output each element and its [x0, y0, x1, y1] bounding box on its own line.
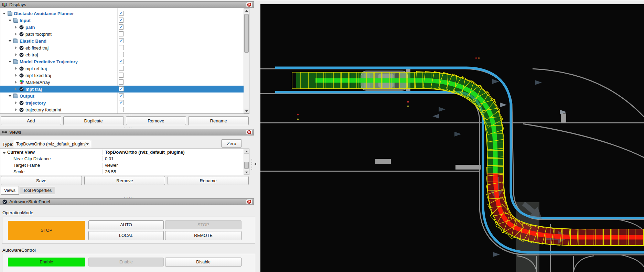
operation-auto-button[interactable]: AUTO: [88, 220, 164, 229]
displays-close-button[interactable]: [246, 2, 253, 7]
add-button[interactable]: Add: [1, 116, 61, 125]
panel-resize-handle[interactable]: [251, 159, 252, 171]
scroll-down-icon[interactable]: [244, 109, 249, 113]
tab-tool-properties[interactable]: Tool Properties: [20, 187, 55, 194]
expanded-arrow-icon[interactable]: [8, 94, 12, 98]
autoware-control-state-button[interactable]: Enable: [8, 258, 85, 266]
traffic-light-dot: [297, 114, 299, 116]
display-row-trajectory[interactable]: trajectory✓: [0, 99, 244, 106]
display-checkbox[interactable]: ✓: [119, 93, 124, 98]
collapsed-arrow-icon[interactable]: [14, 46, 18, 50]
display-checkbox[interactable]: [119, 52, 124, 57]
displays-panel-titlebar[interactable]: Displays: [0, 1, 254, 8]
duplicate-button[interactable]: Duplicate: [63, 116, 124, 125]
display-checkbox[interactable]: ✓: [119, 86, 124, 91]
property-value[interactable]: TopDownOrtho (rviz_default_plugins): [103, 150, 249, 155]
display-checkbox[interactable]: ✓: [119, 11, 124, 16]
operation-stop-button[interactable]: STOP: [165, 220, 242, 229]
display-checkbox[interactable]: ✓: [119, 18, 124, 23]
expanded-arrow-icon[interactable]: [2, 151, 7, 155]
autoware-close-button[interactable]: [246, 199, 253, 204]
property-value[interactable]: viewer: [103, 163, 249, 168]
remove-button[interactable]: Remove: [84, 176, 165, 185]
property-row-current-view[interactable]: Current ViewTopDownOrtho (rviz_default_p…: [0, 149, 249, 155]
collapsed-arrow-icon[interactable]: [14, 108, 18, 111]
expanded-arrow-icon[interactable]: [2, 12, 7, 15]
display-checkbox[interactable]: ✓: [119, 100, 124, 105]
save-button[interactable]: Save: [1, 176, 82, 185]
collapsed-arrow-icon[interactable]: [14, 80, 18, 84]
render-viewport[interactable]: [260, 4, 644, 272]
scrollbar-thumb[interactable]: [244, 14, 249, 53]
displays-tree[interactable]: Obstacle Avoidance Planner✓Input✓path✓pa…: [0, 8, 249, 114]
display-checkbox[interactable]: ✓: [119, 24, 124, 30]
tab-views[interactable]: Views: [1, 186, 19, 195]
display-checkbox[interactable]: [119, 66, 124, 71]
property-value[interactable]: 0.01: [103, 156, 249, 161]
operation-local-button[interactable]: LOCAL: [88, 231, 164, 240]
scroll-up-icon[interactable]: [244, 8, 249, 13]
display-row-markerarray[interactable]: MarkerArray: [0, 79, 244, 86]
display-row-eb-traj[interactable]: eb traj: [0, 51, 244, 58]
display-row-model-predictive-trajectory[interactable]: Model Predictive Trajectory✓: [0, 58, 244, 65]
panel-collapse-icon[interactable]: [254, 162, 256, 166]
property-row-target-frame[interactable]: Target Frameviewer: [0, 162, 249, 168]
collapsed-arrow-icon[interactable]: [14, 53, 18, 56]
collapsed-arrow-icon[interactable]: [14, 25, 18, 29]
display-label: eb traj: [25, 52, 38, 57]
display-row-obstacle-avoidance-planner[interactable]: Obstacle Avoidance Planner✓: [0, 10, 244, 17]
scroll-up-icon[interactable]: [244, 149, 249, 154]
display-row-output[interactable]: Output✓: [0, 93, 244, 99]
view-type-combobox[interactable]: TopDownOrtho (rviz_default_plugins): [14, 140, 91, 148]
property-row-near-clip-distance[interactable]: Near Clip Distance0.01: [0, 155, 249, 162]
collapsed-arrow-icon[interactable]: [14, 101, 18, 105]
display-row-mpt-fixed-traj[interactable]: mpt fixed traj: [0, 72, 244, 79]
collapsed-arrow-icon[interactable]: [14, 74, 18, 77]
display-checkbox[interactable]: [119, 79, 124, 85]
rename-button[interactable]: Rename: [188, 116, 249, 125]
display-checkbox[interactable]: [119, 73, 124, 78]
expanded-arrow-icon[interactable]: [8, 60, 12, 63]
display-checkbox[interactable]: ✓: [119, 38, 124, 43]
property-value[interactable]: 26.55: [103, 169, 249, 174]
display-row-path-footprint[interactable]: path footprint: [0, 31, 244, 37]
display-checkbox[interactable]: [119, 31, 124, 36]
autoware-icon: [19, 87, 24, 91]
collapsed-arrow-icon[interactable]: [14, 87, 18, 91]
collapsed-arrow-icon[interactable]: [14, 67, 18, 70]
property-name: Near Clip Distance: [13, 156, 51, 161]
display-label: trajectory: [25, 100, 46, 106]
display-row-eb-fixed-traj[interactable]: eb fixed traj: [0, 44, 244, 51]
control-enable-button[interactable]: Enable: [88, 258, 164, 266]
views-close-button[interactable]: [246, 130, 253, 135]
scrollbar-thumb[interactable]: [244, 162, 249, 169]
expanded-arrow-icon[interactable]: [8, 39, 12, 43]
views-scrollbar[interactable]: [244, 149, 249, 175]
display-checkbox[interactable]: [119, 45, 124, 50]
displays-scrollbar[interactable]: [244, 8, 249, 113]
operation-mode-state-button[interactable]: STOP: [8, 221, 85, 240]
property-row-scale[interactable]: Scale26.55: [0, 168, 249, 175]
autoware-panel-titlebar[interactable]: AutowareStatePanel: [0, 198, 254, 205]
autoware-icon: [19, 25, 24, 30]
display-checkbox[interactable]: ✓: [119, 59, 124, 64]
zero-button[interactable]: Zero: [221, 139, 242, 148]
display-row-elastic-band[interactable]: Elastic Band✓: [0, 37, 244, 44]
operation-remote-button[interactable]: REMOTE: [165, 231, 242, 240]
display-row-trajectory-footprint[interactable]: trajectory footprint: [0, 106, 244, 113]
current-view-properties[interactable]: Current ViewTopDownOrtho (rviz_default_p…: [0, 149, 249, 175]
display-row-mpt-ref-traj[interactable]: mpt ref traj: [0, 65, 244, 72]
remove-button[interactable]: Remove: [126, 116, 186, 125]
views-panel-titlebar[interactable]: Views: [0, 129, 254, 135]
display-row-mpt-traj[interactable]: mpt traj✓: [0, 86, 244, 93]
display-checkbox[interactable]: [119, 107, 124, 112]
collapsed-arrow-icon[interactable]: [14, 32, 18, 36]
display-row-path[interactable]: path✓: [0, 24, 244, 31]
display-label: Input: [20, 18, 31, 23]
scroll-down-icon[interactable]: [244, 170, 249, 175]
expanded-arrow-icon[interactable]: [8, 19, 12, 22]
display-row-input[interactable]: Input✓: [0, 17, 244, 24]
folder-icon: [13, 59, 18, 64]
rename-button[interactable]: Rename: [168, 176, 249, 185]
control-disable-button[interactable]: Disable: [165, 258, 242, 266]
